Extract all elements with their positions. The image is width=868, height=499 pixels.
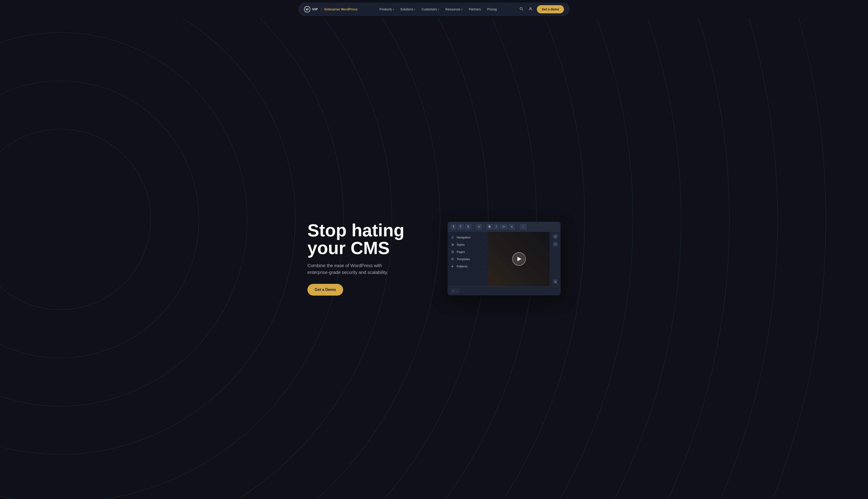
cms-mockup: ¶ ⠿ ⇅ ≡ B I </> ∨ ⋮ xyxy=(448,222,561,295)
cms-toolbar-grid-btn[interactable]: ⠿ xyxy=(457,224,464,229)
hero-content: Stop hating your CMS Combine the ease of… xyxy=(298,221,570,296)
cms-menu-item-pages[interactable]: ▤ Pages › xyxy=(448,248,488,255)
cms-bottom-widget[interactable]: ≡ ··· xyxy=(450,288,460,294)
chevron-down-icon: ▾ xyxy=(461,8,463,11)
cms-bookmark-icon[interactable]: 🔖 xyxy=(553,279,558,284)
cms-toolbar-paragraph-btn[interactable]: ¶ xyxy=(451,224,456,229)
navigation-icon: ◎ xyxy=(451,235,455,239)
hero-subtitle: Combine the ease of WordPress with enter… xyxy=(307,262,393,276)
nav-get-demo-button[interactable]: Get a demo xyxy=(537,5,564,13)
svg-line-1 xyxy=(522,10,523,10)
cms-copy-icon[interactable]: ⊡ xyxy=(553,234,558,239)
cms-mockup-container: ¶ ⠿ ⇅ ≡ B I </> ∨ ⋮ xyxy=(448,222,561,295)
account-button[interactable] xyxy=(528,6,533,12)
toolbar-separator xyxy=(484,224,484,229)
cms-toolbar-align-btn[interactable]: ≡ xyxy=(476,224,482,229)
nav-item-partners[interactable]: Partners xyxy=(466,6,484,12)
cms-menu-item-styles[interactable]: ◑ Styles › xyxy=(448,241,488,248)
nav-item-products[interactable]: Products ▾ xyxy=(377,6,397,12)
cms-toolbar-bold-btn[interactable]: B xyxy=(487,224,492,229)
cms-sidebar-menu: ◎ Navigation › ◑ Styles › xyxy=(448,232,488,286)
toolbar-separator xyxy=(474,224,474,229)
cms-video-area xyxy=(488,232,550,286)
nav-item-resources[interactable]: Resources ▾ xyxy=(443,6,465,12)
nav-actions: Get a demo xyxy=(519,5,564,13)
svg-point-3 xyxy=(0,129,151,310)
cms-toolbar: ¶ ⠿ ⇅ ≡ B I </> ∨ ⋮ xyxy=(448,222,561,232)
cms-toolbar-italic-btn[interactable]: I xyxy=(494,224,499,229)
svg-point-6 xyxy=(0,0,295,454)
cms-menu-pages-label: Pages xyxy=(456,250,465,254)
cms-menu-item-navigation[interactable]: ◎ Navigation › xyxy=(448,234,488,241)
cms-menu-patterns-label: Patterns xyxy=(456,265,467,268)
pages-icon: ▤ xyxy=(451,250,455,254)
nav-link-customers[interactable]: Customers ▾ xyxy=(419,6,442,12)
cms-bottom-bar: ≡ ··· xyxy=(448,286,561,295)
nav-links: Products ▾ Solutions ▾ Customers ▾ Resou… xyxy=(377,6,500,12)
styles-icon: ◑ xyxy=(451,243,455,246)
cms-menu-item-templates[interactable]: ⊞ Templates › xyxy=(448,255,488,263)
nav-item-pricing[interactable]: Pricing xyxy=(485,6,500,12)
nav-link-resources[interactable]: Resources ▾ xyxy=(443,6,465,12)
svg-point-4 xyxy=(0,81,199,358)
cms-toolbar-link-btn[interactable]: </> xyxy=(500,224,507,229)
wp-logo-icon: W xyxy=(304,6,310,12)
nav-link-products[interactable]: Products ▾ xyxy=(377,6,397,12)
cms-menu-styles-label: Styles xyxy=(456,243,465,246)
chevron-down-icon: ▾ xyxy=(438,8,439,11)
nav-item-solutions[interactable]: Solutions ▾ xyxy=(398,6,418,12)
chevron-right-icon: › xyxy=(484,251,485,253)
nav-link-pricing[interactable]: Pricing xyxy=(485,6,500,12)
hero-text: Stop hating your CMS Combine the ease of… xyxy=(307,221,434,296)
enterprise-label: Enterprise WordPress xyxy=(325,8,358,11)
logo-divider: | xyxy=(321,7,322,11)
cms-comment-icon[interactable]: ☐ xyxy=(553,242,558,246)
cms-bottom-label: ··· xyxy=(455,290,457,292)
cms-menu-navigation-label: Navigation xyxy=(456,236,470,239)
cms-right-panel: ⊡ ☐ 🔖 xyxy=(550,232,561,286)
chevron-down-icon: ▾ xyxy=(393,8,394,11)
search-button[interactable] xyxy=(519,6,524,12)
cms-toolbar-more-btn[interactable]: ∨ xyxy=(509,224,515,229)
cms-menu-item-patterns[interactable]: ◈ Patterns › xyxy=(448,263,488,270)
svg-point-5 xyxy=(0,33,247,406)
cms-body: ◎ Navigation › ◑ Styles › xyxy=(448,232,561,286)
cms-menu-templates-label: Templates xyxy=(456,257,470,261)
cms-toolbar-options-btn[interactable]: ⋮ xyxy=(520,224,526,229)
main-nav: W VIP | Enterprise WordPress Products ▾ … xyxy=(0,0,868,19)
nav-link-partners[interactable]: Partners xyxy=(466,6,484,12)
chevron-down-icon: ▾ xyxy=(414,8,415,11)
patterns-icon: ◈ xyxy=(451,265,455,268)
toolbar-separator xyxy=(517,224,517,229)
chevron-right-icon: › xyxy=(484,243,485,246)
cms-toolbar-arrows-btn[interactable]: ⇅ xyxy=(465,224,471,229)
logo[interactable]: W VIP | Enterprise WordPress xyxy=(304,6,358,12)
hero-section: .arc-line { fill: none; stroke: #1e2840;… xyxy=(0,0,868,499)
cms-bottom-icon: ≡ xyxy=(453,290,454,292)
chevron-right-icon: › xyxy=(484,236,485,239)
hero-get-demo-button[interactable]: Get a Demo xyxy=(307,284,343,296)
chevron-right-icon: › xyxy=(484,265,485,268)
svg-point-7 xyxy=(0,0,344,499)
templates-icon: ⊞ xyxy=(451,257,455,261)
hero-title: Stop hating your CMS xyxy=(307,221,434,257)
nav-item-customers[interactable]: Customers ▾ xyxy=(419,6,442,12)
nav-link-solutions[interactable]: Solutions ▾ xyxy=(398,6,418,12)
vip-label: VIP xyxy=(312,8,318,11)
chevron-right-icon: › xyxy=(484,258,485,260)
svg-point-2 xyxy=(530,8,531,9)
play-button[interactable] xyxy=(512,252,526,266)
